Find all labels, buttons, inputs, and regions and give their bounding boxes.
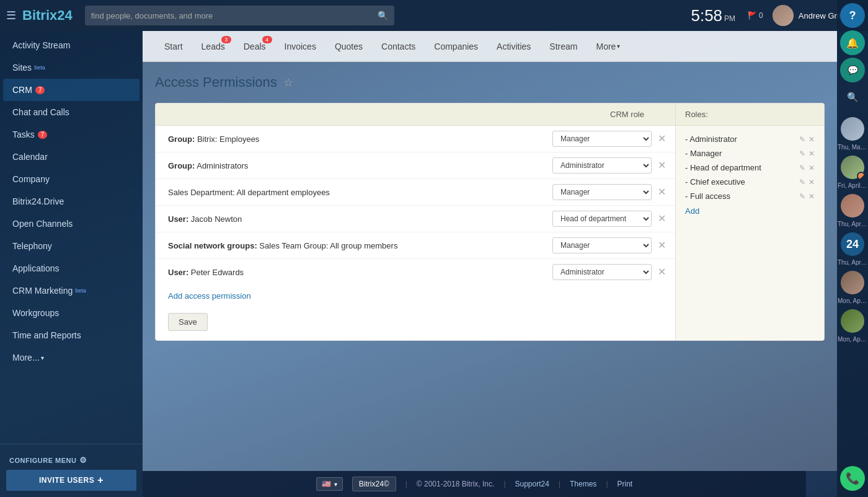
crm-nav-contacts[interactable]: Contacts: [372, 31, 425, 62]
roles-list: - Administrator ✎ ✕ - Manager ✎: [676, 126, 824, 225]
sidebar-item-more[interactable]: More... ▾: [3, 346, 140, 369]
sidebar-item-label: Time and Reports: [12, 330, 81, 340]
feed-item[interactable]: [839, 307, 866, 335]
sidebar-item-label: Open Channels: [12, 219, 73, 229]
remove-permission-button[interactable]: ✕: [655, 239, 669, 252]
sidebar-item-label: CRM Marketing: [12, 286, 73, 296]
sidebar-item-crm[interactable]: CRM 7: [3, 79, 140, 101]
hamburger-icon[interactable]: ☰: [6, 9, 16, 22]
themes-link[interactable]: Themes: [570, 480, 596, 488]
remove-permission-button[interactable]: ✕: [655, 186, 669, 198]
permission-label: Social network groups: Sales Team Group:…: [168, 241, 552, 250]
invite-users-button[interactable]: INVITE USERS +: [6, 470, 136, 491]
close-icon[interactable]: ✕: [808, 149, 815, 158]
feed-item[interactable]: 24: [839, 231, 866, 258]
configure-menu-button[interactable]: CONFIGURE MENU ⚙: [6, 451, 136, 470]
save-button[interactable]: Save: [168, 313, 208, 331]
print-link[interactable]: Print: [618, 480, 633, 488]
sidebar-item-tasks[interactable]: Tasks 7: [3, 123, 140, 146]
role-label: - Chief executive: [685, 177, 799, 187]
feed-date: Thu, April 19: [838, 221, 867, 227]
edit-icon[interactable]: ✎: [799, 149, 805, 158]
role-label: - Head of department: [685, 163, 799, 172]
tasks-badge: 7: [38, 131, 48, 139]
sidebar-item-label: Sites: [12, 63, 32, 73]
role-select[interactable]: Manager Administrator Head of department…: [552, 211, 652, 227]
permissions-header: CRM role: [156, 103, 675, 126]
crm-nav-companies[interactable]: Companies: [425, 31, 487, 62]
close-icon[interactable]: ✕: [808, 192, 815, 201]
flag-notification[interactable]: 🚩 0: [748, 11, 763, 20]
feed-item[interactable]: [839, 154, 866, 181]
sidebar-item-activity-stream[interactable]: Activity Stream: [3, 34, 140, 56]
sidebar-item-telephony[interactable]: Telephony: [3, 235, 140, 257]
sidebar-item-label: Activity Stream: [12, 40, 70, 50]
sidebar-item-calendar[interactable]: Calendar: [3, 146, 140, 168]
notifications-button[interactable]: 🔔: [840, 30, 865, 55]
remove-permission-button[interactable]: ✕: [655, 159, 669, 172]
edit-icon[interactable]: ✎: [799, 192, 805, 201]
sidebar-item-applications[interactable]: Applications: [3, 257, 140, 279]
sidebar-item-label: Telephony: [12, 241, 52, 251]
remove-permission-button[interactable]: ✕: [655, 133, 669, 145]
help-button[interactable]: ?: [840, 3, 865, 28]
role-select[interactable]: Manager Administrator Head of department…: [552, 131, 652, 147]
feed-item[interactable]: [839, 192, 866, 219]
list-item: - Full access ✎ ✕: [685, 189, 815, 203]
search-bar[interactable]: 🔍: [85, 6, 394, 25]
star-icon[interactable]: ☆: [283, 76, 293, 89]
flag-icon: 🚩: [748, 11, 757, 20]
crm-nav-more[interactable]: More ▾: [587, 31, 629, 62]
language-selector[interactable]: 🇺🇸 ▾: [316, 477, 343, 491]
crm-nav-stream[interactable]: Stream: [540, 31, 587, 62]
feed-date: Thu, May 3: [838, 144, 867, 151]
close-icon[interactable]: ✕: [808, 178, 815, 187]
sidebar-item-time-reports[interactable]: Time and Reports: [3, 324, 140, 346]
sidebar-item-chat-calls[interactable]: Chat and Calls: [3, 101, 140, 123]
search-button[interactable]: 🔍: [840, 85, 865, 110]
role-select[interactable]: Manager Administrator Head of department…: [552, 264, 652, 280]
role-select[interactable]: Manager Administrator Head of department…: [552, 237, 652, 253]
crm-nav-start[interactable]: Start: [155, 31, 192, 62]
sidebar-item-label: Chat and Calls: [12, 107, 69, 117]
sidebar-item-workgroups[interactable]: Workgroups: [3, 302, 140, 324]
crm-nav-deals[interactable]: Deals 4: [234, 31, 275, 62]
clock-time: 5:58: [691, 6, 722, 25]
support-link[interactable]: Support24: [515, 480, 549, 488]
role-select[interactable]: Manager Administrator Head of department…: [552, 184, 652, 200]
sidebar-item-label: Workgroups: [12, 308, 59, 318]
sidebar-item-crm-marketing[interactable]: CRM Marketing beta: [3, 279, 140, 302]
sidebar-item-company[interactable]: Company: [3, 168, 140, 190]
chat-button[interactable]: 💬: [840, 58, 865, 82]
crm-nav-leads[interactable]: Leads 3: [192, 31, 234, 62]
search-icon[interactable]: 🔍: [378, 11, 388, 20]
close-icon[interactable]: ✕: [808, 164, 815, 172]
footer-logo-button[interactable]: Bitrix24©: [352, 477, 396, 491]
edit-icon[interactable]: ✎: [799, 164, 805, 172]
roles-add-link[interactable]: Add: [685, 203, 815, 219]
edit-icon[interactable]: ✎: [799, 135, 805, 144]
sidebar-item-bitrix24-drive[interactable]: Bitrix24.Drive: [3, 190, 140, 213]
sidebar-footer: CONFIGURE MENU ⚙ INVITE USERS +: [0, 444, 143, 497]
feed-item[interactable]: [839, 115, 866, 143]
sidebar-item-label: Bitrix24.Drive: [12, 196, 64, 206]
phone-button[interactable]: 📞: [840, 466, 865, 491]
search-input[interactable]: [91, 11, 378, 20]
sidebar-item-label: Tasks: [12, 130, 35, 139]
crm-nav-activities[interactable]: Activities: [487, 31, 540, 62]
permissions-container: CRM role Group: Bitrix: Employees Manage…: [155, 103, 825, 341]
remove-permission-button[interactable]: ✕: [655, 213, 669, 225]
deals-badge: 4: [262, 36, 272, 43]
role-select[interactable]: Manager Administrator Head of department…: [552, 157, 652, 174]
remove-permission-button[interactable]: ✕: [655, 266, 669, 278]
close-icon[interactable]: ✕: [808, 135, 815, 144]
sidebar-item-open-channels[interactable]: Open Channels: [3, 213, 140, 235]
crm-nav-invoices[interactable]: Invoices: [275, 31, 326, 62]
table-row: User: Jacob Newton Manager Administrator…: [156, 206, 675, 232]
add-permission-link[interactable]: Add access permission: [156, 285, 675, 307]
logo: Bitrix24: [22, 7, 73, 24]
edit-icon[interactable]: ✎: [799, 178, 805, 187]
sidebar-item-sites[interactable]: Sites beta: [3, 56, 140, 79]
crm-nav-quotes[interactable]: Quotes: [326, 31, 372, 62]
feed-item[interactable]: [839, 269, 866, 296]
